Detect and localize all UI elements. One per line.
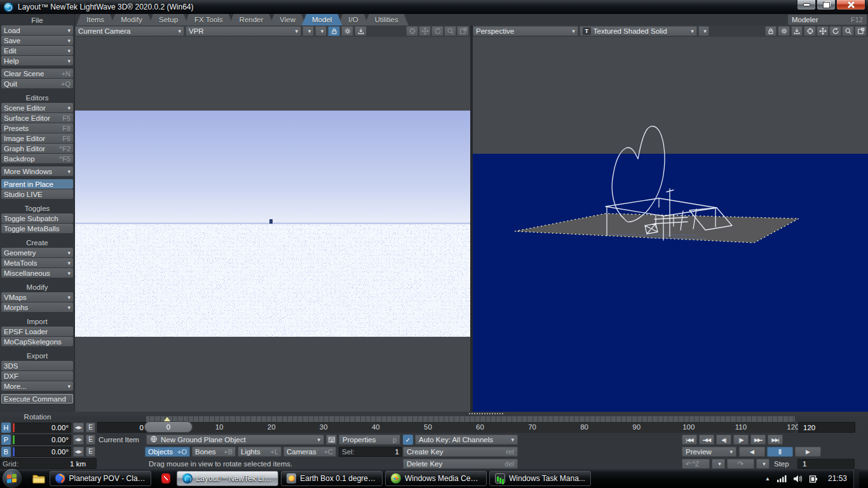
sidebar-item-3ds[interactable]: 3DS	[1, 361, 73, 370]
modeler-button[interactable]: Modeler F12	[788, 15, 867, 25]
item-list-button[interactable]	[326, 435, 337, 445]
close-button[interactable]	[836, 0, 865, 10]
next-key-button[interactable]: ▶▶•	[750, 435, 766, 445]
mode-button-cameras[interactable]: Cameras+C	[283, 447, 336, 457]
sidebar-item-graph-editor[interactable]: Graph Editor^F2	[1, 144, 73, 153]
axis-p-value-field[interactable]: 0.00°	[12, 435, 71, 445]
sidebar-item-edit[interactable]: Edit▾	[1, 46, 73, 55]
tab-render[interactable]: Render	[229, 14, 274, 25]
start-button[interactable]	[3, 469, 22, 488]
sidebar-item-surface-editor[interactable]: Surface EditorF5	[1, 113, 73, 123]
mode-button-objects[interactable]: Objects+O	[145, 447, 190, 457]
last-frame-button[interactable]: ▶▶|	[768, 435, 783, 445]
axis-nudge-button[interactable]: ◀▶	[73, 435, 84, 445]
tab-model[interactable]: Model	[302, 14, 342, 25]
center-view-button[interactable]	[804, 26, 816, 36]
sidebar-item-image-editor[interactable]: Image EditorF6	[1, 133, 73, 143]
tab-utilities[interactable]: Utilities	[365, 14, 409, 25]
sidebar-item-more[interactable]: More...▾	[1, 381, 73, 391]
sidebar-item-execute-command[interactable]: Execute Command	[1, 394, 73, 403]
undo-button[interactable]: ↶^Z	[682, 459, 710, 469]
mode-button-lights[interactable]: Lights+L	[238, 447, 281, 457]
sidebar-item-vmaps[interactable]: VMaps▾	[1, 292, 73, 302]
restore-button[interactable]	[817, 0, 836, 10]
sidebar-item-geometry[interactable]: Geometry▾	[1, 248, 73, 257]
viewport-option-dropdown[interactable]: ▾	[302, 26, 314, 36]
camera-view-dropdown[interactable]: Current Camera ▾	[75, 26, 184, 36]
sidebar-item-metatools[interactable]: MetaTools▾	[1, 258, 73, 268]
timeline-numbers[interactable]: 0102030405060708090100110120	[146, 422, 795, 433]
lock-viewport-button[interactable]	[328, 26, 340, 36]
tab-items[interactable]: Items	[76, 14, 114, 25]
taskbar-button-windows-task-mana[interactable]: Windows Task Mana...	[489, 471, 591, 486]
sidebar-item-clear-scene[interactable]: Clear Scene+N	[1, 69, 73, 78]
end-frame-field[interactable]: 120	[798, 422, 855, 433]
save-view-button[interactable]	[791, 26, 803, 36]
sidebar-item-miscellaneous[interactable]: Miscellaneous▾	[1, 268, 73, 278]
zoom-view-button[interactable]	[842, 26, 854, 36]
camera-vpr-viewport[interactable]	[75, 37, 470, 412]
sidebar-item-parent-in-place[interactable]: Parent in Place	[1, 179, 73, 189]
render-mode-dropdown[interactable]: VPR ▾	[186, 26, 301, 36]
perspective-viewport[interactable]	[473, 37, 868, 412]
axis-b-value-field[interactable]: 0.00°	[12, 447, 71, 457]
envelope-button[interactable]: E	[86, 423, 95, 433]
sidebar-item-load[interactable]: Load▾	[1, 25, 73, 35]
single-pane-button[interactable]	[457, 26, 469, 36]
preview-dropdown[interactable]: Preview ▾	[682, 447, 736, 457]
previous-key-button[interactable]: •◀◀	[699, 435, 714, 445]
rotate-view-button[interactable]	[829, 26, 841, 36]
battery-plug-icon[interactable]	[809, 475, 818, 483]
tab-view[interactable]: View	[269, 14, 306, 25]
sidebar-item-backdrop[interactable]: Backdrop^F5	[1, 154, 73, 163]
viewport-option-dropdown[interactable]: ▾	[315, 26, 327, 36]
drag-handle-dots[interactable]	[469, 413, 503, 414]
celestia-icon[interactable]	[158, 470, 174, 487]
play-forward-button[interactable]: ▶	[795, 447, 821, 457]
undo-history-dropdown[interactable]: ▾	[712, 459, 725, 469]
pan-view-button[interactable]	[817, 26, 829, 36]
volume-icon[interactable]	[793, 475, 803, 483]
previous-frame-button[interactable]: ◀||	[716, 435, 731, 445]
create-key-button[interactable]: Create Key ret	[403, 447, 518, 457]
rotate-view-button[interactable]	[431, 26, 444, 36]
tab-setup[interactable]: Setup	[149, 14, 188, 25]
viewport-settings-button[interactable]	[778, 26, 789, 36]
clock[interactable]: 21:53	[828, 474, 847, 483]
sidebar-item-studio-live[interactable]: Studio LIVE	[1, 189, 73, 199]
next-frame-button[interactable]: ||▶	[733, 435, 749, 445]
center-view-button[interactable]	[406, 26, 418, 36]
shading-mode-dropdown[interactable]: T Textured Shaded Solid ▾	[580, 26, 697, 36]
play-reverse-button[interactable]: ◀	[739, 447, 765, 457]
viewport-settings-button[interactable]	[341, 26, 353, 36]
viewport-option-dropdown[interactable]: ▾	[698, 26, 709, 36]
network-icon[interactable]	[776, 475, 787, 482]
properties-button[interactable]: Properties p	[339, 435, 400, 445]
current-frame-field[interactable]: 0	[97, 422, 147, 433]
step-field[interactable]: 1	[797, 459, 855, 469]
frame-slider[interactable]: 0	[144, 421, 193, 433]
axis-p-button[interactable]: P	[1, 435, 11, 445]
sidebar-item-toggle-metaballs[interactable]: Toggle MetaBalls	[1, 224, 73, 233]
axis-b-button[interactable]: B	[1, 447, 11, 457]
axis-h-value-field[interactable]: 0.00°	[12, 423, 71, 433]
sidebar-item-quit[interactable]: Quit+Q	[1, 79, 73, 88]
axis-nudge-button[interactable]: ◀▶	[73, 423, 84, 433]
redo-history-dropdown[interactable]: ▾	[756, 459, 770, 469]
sidebar-item-presets[interactable]: PresetsF8	[1, 123, 73, 133]
first-frame-button[interactable]: |◀◀	[682, 435, 697, 445]
pause-button[interactable]: Ⅱ	[767, 447, 793, 457]
taskbar-button-layout-newtek-lig[interactable]: Layout™ NewTek Lig...	[177, 471, 278, 486]
tab-fx-tools[interactable]: FX Tools	[184, 14, 233, 25]
sidebar-item-mocapskelegons[interactable]: MoCapSkelegons	[1, 337, 73, 346]
show-desktop-button[interactable]	[853, 469, 859, 488]
show-hidden-icons[interactable]: ▲	[765, 476, 770, 482]
sidebar-item-help[interactable]: Help▾	[1, 56, 73, 65]
autokey-dropdown[interactable]: Auto Key: All Channels ▾	[415, 435, 518, 445]
tab-modify[interactable]: Modify	[111, 14, 153, 25]
timeline-ruler[interactable]	[146, 416, 795, 422]
sidebar-item-epsf-loader[interactable]: EPSF Loader	[1, 327, 73, 336]
taskbar-button-planetary-pov-clas[interactable]: Planetary POV - Clas...	[50, 471, 151, 486]
delete-key-button[interactable]: Delete Key del	[403, 459, 518, 469]
minimize-button[interactable]	[797, 0, 816, 10]
